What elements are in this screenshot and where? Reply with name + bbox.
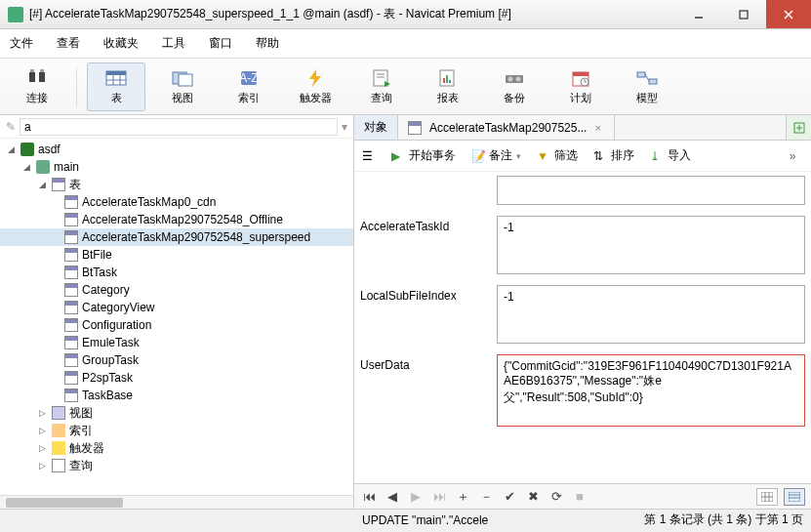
tree-tables-label: 表 bbox=[69, 177, 81, 193]
tb-connect[interactable]: 连接 bbox=[8, 62, 66, 111]
expand-icon[interactable]: ▷ bbox=[37, 461, 48, 471]
tree-table-label: TaskBase bbox=[82, 389, 133, 402]
tree-table-item[interactable]: BtFile bbox=[0, 246, 353, 264]
menu-tools[interactable]: 工具 bbox=[162, 35, 185, 52]
status-bar: UPDATE "main"."Accele 第 1 条记录 (共 1 条) 于第… bbox=[0, 509, 811, 530]
field-input-userdata[interactable] bbox=[497, 354, 805, 427]
new-tab-button[interactable] bbox=[786, 115, 811, 140]
tab-table-data[interactable]: AccelerateTaskMap2907525...× bbox=[398, 115, 615, 140]
field-input[interactable] bbox=[497, 176, 805, 205]
tb-schedule-label: 计划 bbox=[570, 91, 591, 105]
sort-button[interactable]: ⇅排序 bbox=[593, 147, 634, 164]
record-form: AccelerateTaskId LocalSubFileIndex UserD… bbox=[354, 172, 811, 483]
minimize-button[interactable] bbox=[676, 0, 721, 28]
svg-text:A-Z: A-Z bbox=[239, 71, 258, 85]
tree-schema[interactable]: ◢main bbox=[0, 158, 353, 176]
add-record-button[interactable]: ＋ bbox=[454, 488, 471, 506]
tablefolder-icon bbox=[52, 178, 65, 191]
tree-table-item[interactable]: BtTask bbox=[0, 264, 353, 281]
menu-button[interactable]: ☰ bbox=[362, 149, 376, 163]
filter-button[interactable]: ▼筛选 bbox=[537, 147, 578, 164]
grid-view-button[interactable] bbox=[756, 488, 778, 506]
scroll-thumb[interactable] bbox=[6, 498, 123, 508]
tb-table[interactable]: 表 bbox=[87, 62, 145, 111]
tree-views-folder[interactable]: ▷视图 bbox=[0, 404, 353, 422]
form-row bbox=[360, 176, 805, 208]
tb-schedule[interactable]: 计划 bbox=[551, 62, 610, 111]
tree-table-item[interactable]: P2spTask bbox=[0, 369, 353, 387]
delete-record-button[interactable]: － bbox=[477, 488, 495, 506]
last-record-button[interactable]: ⏭ bbox=[430, 489, 448, 504]
expand-icon[interactable]: ◢ bbox=[6, 144, 17, 155]
tree-table-item[interactable]: EmuleTask bbox=[0, 334, 353, 351]
tb-view[interactable]: 视图 bbox=[153, 62, 212, 111]
tb-model[interactable]: 模型 bbox=[618, 62, 676, 111]
splitter[interactable] bbox=[352, 117, 356, 509]
begin-transaction-button[interactable]: ▶开始事务 bbox=[391, 147, 456, 164]
expand-icon[interactable]: ◢ bbox=[21, 162, 32, 173]
tree-table-item[interactable]: Configuration bbox=[0, 316, 353, 334]
tree-table-item[interactable]: AccelerateTaskMap0_cdn bbox=[0, 193, 353, 211]
svg-rect-5 bbox=[39, 72, 45, 82]
next-record-button[interactable]: ▶ bbox=[407, 489, 425, 504]
tree-table-item[interactable]: TaskBase bbox=[0, 387, 353, 404]
sidebar-hscroll[interactable] bbox=[0, 495, 353, 509]
table-icon bbox=[64, 195, 78, 209]
tab-objects[interactable]: 对象 bbox=[354, 115, 398, 140]
svg-rect-1 bbox=[740, 11, 748, 19]
first-record-button[interactable]: ⏮ bbox=[360, 489, 378, 504]
cancel-button[interactable]: ✖ bbox=[524, 489, 542, 504]
field-input-localsubfileindex[interactable] bbox=[497, 285, 805, 344]
tree-table-item[interactable]: AccelerateTaskMap290752548_superspeed bbox=[0, 228, 353, 246]
memo-button[interactable]: 📝备注▾ bbox=[471, 147, 521, 164]
svg-line-38 bbox=[645, 74, 649, 81]
tree-queries-folder[interactable]: ▷查询 bbox=[0, 457, 353, 474]
tree-triggers-folder[interactable]: ▷触发器 bbox=[0, 439, 353, 457]
more-button[interactable]: » bbox=[782, 149, 803, 163]
menubar: 文件 查看 收藏夹 工具 窗口 帮助 bbox=[0, 29, 811, 59]
svg-point-29 bbox=[508, 77, 513, 82]
pencil-icon[interactable]: ✎ bbox=[6, 120, 16, 134]
import-button[interactable]: ⤓导入 bbox=[650, 147, 691, 164]
menu-help[interactable]: 帮助 bbox=[256, 35, 279, 52]
tree-table-item[interactable]: AccelerateTaskMap290752548_Offline bbox=[0, 211, 353, 228]
expand-icon[interactable]: ◢ bbox=[37, 180, 48, 190]
model-icon bbox=[635, 67, 659, 89]
tb-query[interactable]: 查询 bbox=[352, 62, 411, 111]
tree-table-item[interactable]: GroupTask bbox=[0, 351, 353, 369]
commit-button[interactable]: ✔ bbox=[501, 489, 518, 504]
maximize-button[interactable] bbox=[721, 0, 766, 28]
tree-table-label: Configuration bbox=[82, 318, 151, 332]
expand-icon[interactable]: ▷ bbox=[37, 443, 48, 454]
sidebar-search-bar: ✎ ▾ bbox=[0, 115, 353, 139]
form-view-button[interactable] bbox=[784, 488, 805, 506]
expand-icon[interactable]: ▷ bbox=[37, 426, 48, 436]
tree-table-item[interactable]: CategoryView bbox=[0, 299, 353, 316]
refresh-button[interactable]: ⟳ bbox=[547, 489, 565, 504]
menu-file[interactable]: 文件 bbox=[10, 35, 33, 52]
svg-rect-11 bbox=[106, 71, 126, 75]
tb-trigger[interactable]: 触发器 bbox=[286, 62, 345, 111]
tree-tables-folder[interactable]: ◢表 bbox=[0, 176, 353, 193]
close-tab-icon[interactable]: × bbox=[594, 122, 604, 134]
sidebar-search-input[interactable] bbox=[20, 118, 338, 136]
object-tree[interactable]: ◢asdf ◢main ◢表 AccelerateTaskMap0_cdnAcc… bbox=[0, 139, 353, 495]
tb-report[interactable]: 报表 bbox=[419, 62, 477, 111]
tb-index[interactable]: A-Z 索引 bbox=[220, 62, 278, 111]
menu-window[interactable]: 窗口 bbox=[209, 35, 232, 52]
prev-record-button[interactable]: ◀ bbox=[384, 489, 401, 504]
tb-backup[interactable]: 备份 bbox=[485, 62, 544, 111]
stop-button[interactable]: ■ bbox=[571, 489, 588, 504]
menu-view[interactable]: 查看 bbox=[57, 35, 80, 52]
sort-label: 排序 bbox=[611, 147, 634, 164]
query-icon bbox=[370, 67, 393, 89]
close-button[interactable] bbox=[766, 0, 811, 28]
memo-icon: 📝 bbox=[471, 149, 485, 163]
tree-db[interactable]: ◢asdf bbox=[0, 141, 353, 158]
menu-favorites[interactable]: 收藏夹 bbox=[103, 35, 139, 52]
dropdown-icon[interactable]: ▾ bbox=[342, 120, 347, 134]
field-input-acceleratetaskid[interactable] bbox=[497, 216, 805, 274]
tree-table-item[interactable]: Category bbox=[0, 281, 353, 299]
expand-icon[interactable]: ▷ bbox=[37, 408, 48, 419]
tree-indexes-folder[interactable]: ▷索引 bbox=[0, 422, 353, 439]
